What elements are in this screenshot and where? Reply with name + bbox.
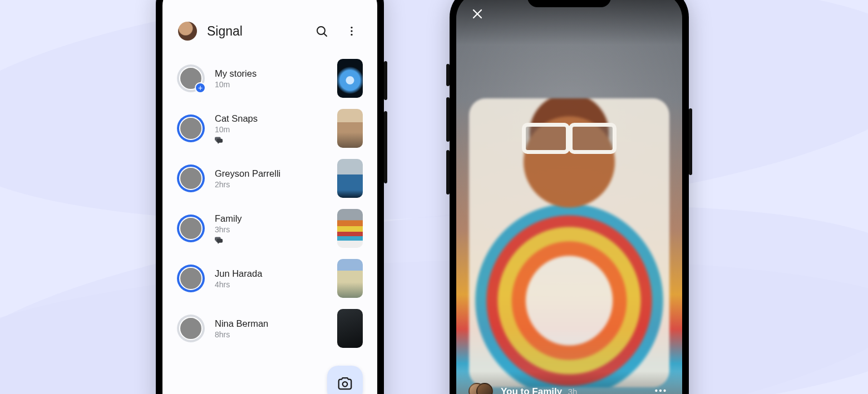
profile-avatar[interactable]: [178, 22, 197, 41]
story-subtitle: 2hrs: [215, 180, 327, 189]
story-subtitle: 3hrs: [215, 225, 327, 234]
plus-icon: +: [195, 82, 206, 93]
story-row[interactable]: Greyson Parrelli2hrs: [168, 153, 372, 203]
story-time: 3h: [568, 387, 578, 394]
svg-point-8: [655, 390, 657, 392]
story-thumbnail: [337, 159, 363, 198]
phone-story-viewer: You to Family 3h: [450, 0, 689, 394]
camera-fab[interactable]: [327, 366, 363, 394]
story-subtitle: 4hrs: [215, 280, 327, 289]
story-row[interactable]: Cat Snaps10m: [168, 103, 372, 153]
svg-point-4: [351, 34, 352, 36]
avatar: [179, 167, 203, 190]
story-title: Family: [215, 213, 327, 224]
more-vertical-icon[interactable]: [342, 21, 362, 41]
avatar: [179, 267, 203, 290]
avatar: [179, 317, 203, 340]
story-thumbnail: [337, 259, 363, 298]
story-content[interactable]: You to Family 3h: [456, 0, 682, 394]
story-subtitle: 10m: [215, 80, 327, 89]
replies-icon: [215, 136, 327, 144]
story-title: Nina Berman: [215, 318, 327, 329]
story-ring: [177, 265, 205, 292]
avatar: [179, 217, 203, 240]
svg-point-5: [343, 382, 348, 387]
story-ring: [177, 164, 205, 192]
svg-point-10: [663, 390, 665, 392]
avatar: [179, 117, 203, 140]
svg-line-1: [324, 33, 327, 36]
story-title: My stories: [215, 68, 327, 79]
replies-icon: [215, 236, 327, 244]
story-ring: [177, 114, 205, 142]
stories-list: +My stories10mCat Snaps10mGreyson Parrel…: [162, 47, 377, 353]
story-thumbnail: [337, 309, 363, 348]
story-title: Jun Harada: [215, 268, 327, 279]
close-icon[interactable]: [468, 5, 486, 23]
story-ring: +: [177, 64, 205, 92]
svg-point-9: [659, 390, 662, 392]
story-subtitle: 10m: [215, 125, 327, 134]
story-row[interactable]: Nina Berman8hrs: [168, 303, 372, 353]
story-audience-avatars: [468, 383, 493, 394]
app-header: Signal: [162, 16, 377, 47]
story-thumbnail: [337, 109, 363, 148]
story-caption: You to Family: [501, 386, 562, 394]
story-row[interactable]: Family3hrs: [168, 203, 372, 253]
search-icon[interactable]: [312, 21, 332, 41]
story-thumbnail: [337, 209, 363, 248]
story-row[interactable]: +My stories10m: [168, 53, 372, 103]
svg-point-3: [351, 30, 352, 32]
story-row[interactable]: Jun Harada4hrs: [168, 253, 372, 303]
app-title: Signal: [207, 24, 302, 39]
story-title: Greyson Parrelli: [215, 168, 327, 179]
svg-point-2: [351, 27, 352, 28]
story-subtitle: 8hrs: [215, 330, 327, 339]
story-ring: [177, 215, 205, 242]
story-thumbnail: [337, 59, 363, 98]
phone-stories-list: Signal +My stories10mCat Snaps10mGreyson…: [156, 0, 384, 394]
story-title: Cat Snaps: [215, 113, 327, 124]
story-ring: [177, 315, 205, 342]
more-horizontal-icon[interactable]: [651, 381, 670, 394]
